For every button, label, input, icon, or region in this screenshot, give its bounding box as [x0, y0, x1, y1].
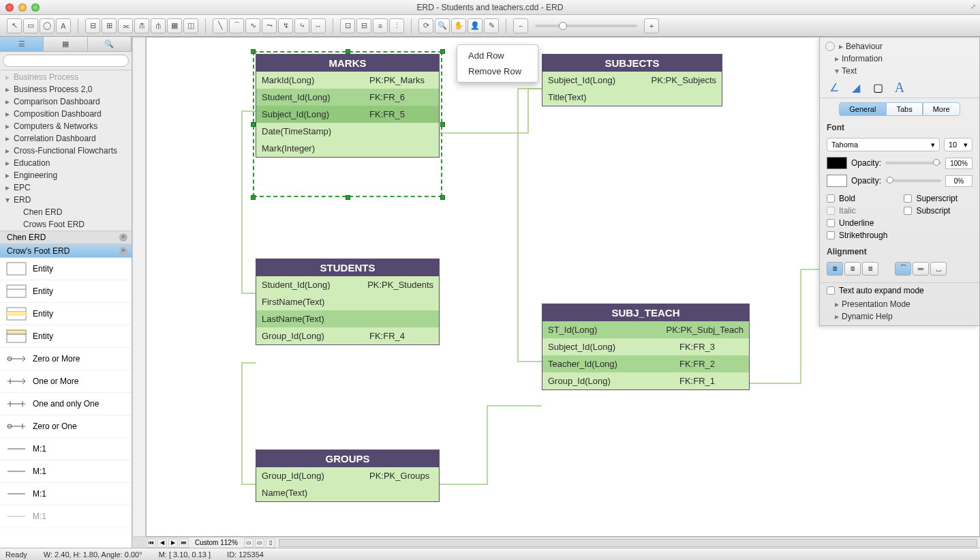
entity-groups[interactable]: GROUPS Group_Id(Long)PK:PK_Groups Name(T…	[256, 450, 440, 502]
opacity-slider[interactable]	[885, 162, 941, 164]
entity-subj-teach[interactable]: SUBJ_TEACH ST_Id(Long)PK:PK_Subj_Teach S…	[542, 304, 750, 390]
resize-handle[interactable]	[440, 49, 445, 54]
resize-handle[interactable]	[251, 49, 256, 54]
fork-tool-icon[interactable]: ⫚	[134, 18, 149, 33]
opacity-value[interactable]: 0%	[945, 175, 973, 187]
tree-item[interactable]: ▸EPC	[0, 181, 132, 194]
tree-item[interactable]: ▸Comparison Dashboard	[0, 95, 132, 108]
stencil-item[interactable]: Entity	[0, 258, 132, 280]
resize-handle[interactable]	[346, 195, 350, 200]
tab-more[interactable]: More	[923, 102, 960, 116]
props-section-text[interactable]: ▾Text	[820, 65, 979, 77]
resize-handle[interactable]	[251, 195, 256, 200]
close-window-icon[interactable]	[5, 3, 14, 12]
stencil-item[interactable]: M:1	[0, 483, 132, 505]
smart-connector-icon[interactable]: ↯	[278, 18, 293, 33]
rect-tool-icon[interactable]: ▭	[23, 18, 38, 33]
align-right-icon[interactable]: ≡	[862, 262, 878, 276]
zoom-in-icon[interactable]: +	[644, 18, 659, 33]
round-connector-icon[interactable]: ⤷	[294, 18, 309, 33]
opacity-slider[interactable]	[885, 179, 941, 182]
resize-handle[interactable]	[346, 49, 350, 54]
opacity-value[interactable]: 100%	[945, 158, 973, 169]
valign-top-icon[interactable]: ⎴	[895, 262, 911, 276]
grid-view-tab-icon[interactable]: ▦	[44, 37, 87, 51]
tree-tool-icon[interactable]: ⊟	[85, 18, 100, 33]
stencil-item[interactable]: Zero or One	[0, 415, 132, 438]
hand-icon[interactable]: ✋	[451, 18, 466, 33]
resize-handle[interactable]	[440, 195, 445, 200]
align-icon[interactable]: ≡	[373, 18, 388, 33]
context-menu-remove-row[interactable]: Remove Row	[457, 63, 538, 79]
canvas[interactable]: MARKS MarkId(Long)PK:PK_Marks Student_Id…	[146, 37, 980, 537]
tree-item[interactable]: ▸Cross-Functional Flowcharts	[0, 145, 132, 157]
search-input[interactable]	[3, 55, 129, 67]
merge-tool-icon[interactable]: ⫛	[151, 18, 166, 33]
stencil-tab-crowsfoot[interactable]: Crow's Foot ERD×	[0, 244, 132, 258]
branch-tool-icon[interactable]: ⊞	[102, 18, 117, 33]
zoom-window-icon[interactable]	[31, 3, 40, 12]
tab-general[interactable]: General	[839, 102, 886, 116]
page-prev-icon[interactable]: ◀	[157, 538, 167, 548]
stencil-tab-chen[interactable]: Chen ERD×	[0, 231, 132, 244]
stencil-item[interactable]: M:1	[0, 505, 132, 528]
ungroup-icon[interactable]: ⊟	[356, 18, 371, 33]
rotate-icon[interactable]: ⟳	[418, 18, 433, 33]
bold-checkbox[interactable]	[827, 194, 835, 203]
align-center-icon[interactable]: ≡	[844, 262, 861, 276]
font-size-select[interactable]: 10▾	[944, 138, 973, 151]
spline-tool-icon[interactable]: ∿	[245, 18, 260, 33]
fit-width-icon[interactable]: ▭	[255, 538, 264, 548]
box-style-icon[interactable]: ▢	[869, 80, 887, 95]
zoom-out-icon[interactable]: −	[513, 18, 528, 33]
tree-item[interactable]: ▸Engineering	[0, 169, 132, 181]
zoom-icon[interactable]: 🔍	[435, 18, 450, 33]
tree-item[interactable]: ▸Education	[0, 157, 132, 169]
entity-students[interactable]: STUDENTS Student_Id(Long)PK:PK_Students …	[256, 259, 440, 345]
tree-subitem[interactable]: Crows Foot ERD	[18, 218, 132, 231]
valign-middle-icon[interactable]: ═	[913, 262, 929, 276]
stencil-item[interactable]: Zero or More	[0, 348, 132, 370]
stencil-item[interactable]: Entity	[0, 280, 132, 303]
zoom-slider[interactable]	[535, 25, 637, 27]
resize-handle[interactable]	[251, 122, 256, 127]
tree-item-truncated[interactable]: ▸Business Process	[0, 70, 132, 83]
arrow-tool-icon[interactable]: ↔	[311, 18, 326, 33]
page-last-icon[interactable]: ⏭	[179, 538, 189, 548]
close-icon[interactable]: ×	[119, 247, 127, 255]
page-next-icon[interactable]: ▶	[168, 538, 178, 548]
connector-tool-icon[interactable]: ⤳	[262, 18, 277, 33]
stencil-item[interactable]: M:1	[0, 438, 132, 460]
tab-tabs[interactable]: Tabs	[886, 102, 922, 116]
stencil-item[interactable]: Entity	[0, 303, 132, 325]
auto-expand-checkbox[interactable]	[827, 286, 835, 295]
stencil-item[interactable]: Entity	[0, 325, 132, 348]
stencil-item[interactable]: One or More	[0, 370, 132, 393]
font-family-select[interactable]: Tahoma▾	[827, 138, 940, 151]
props-section-behaviour[interactable]: ▸Behaviour	[820, 40, 979, 53]
fill-style-icon[interactable]: ◢	[847, 80, 865, 95]
strikethrough-checkbox[interactable]	[827, 231, 835, 239]
align-left-icon[interactable]: ≡	[827, 262, 843, 276]
text-color-swatch[interactable]	[827, 157, 847, 169]
text-tool-icon[interactable]: A	[56, 18, 71, 33]
superscript-checkbox[interactable]	[904, 194, 912, 203]
font-style-icon[interactable]: A	[891, 80, 908, 95]
tree-item[interactable]: ▸Computers & Networks	[0, 120, 132, 132]
hscroll-track[interactable]	[279, 539, 977, 547]
pen-icon[interactable]: ✎	[484, 18, 499, 33]
pointer-tool-icon[interactable]: ↖	[7, 18, 22, 33]
group-icon[interactable]: ⊡	[340, 18, 355, 33]
fullscreen-icon[interactable]: ⤢	[970, 3, 976, 10]
underline-style-icon[interactable]: ∠	[825, 80, 843, 95]
tree-item[interactable]: ▸Business Process 2,0	[0, 83, 132, 95]
tree-item[interactable]: ▸Correlation Dashboard	[0, 132, 132, 145]
fit-page-icon[interactable]: ▭	[244, 538, 254, 548]
valign-bottom-icon[interactable]: ⎵	[930, 262, 947, 276]
arc-tool-icon[interactable]: ⌒	[229, 18, 244, 33]
tree-view-tab-icon[interactable]: ☰	[0, 37, 44, 51]
subscript-checkbox[interactable]	[904, 207, 912, 215]
search-tab-icon[interactable]: 🔍	[88, 37, 132, 51]
tree-subitem[interactable]: Chen ERD	[18, 206, 132, 218]
stencil-item[interactable]: One and only One	[0, 393, 132, 415]
